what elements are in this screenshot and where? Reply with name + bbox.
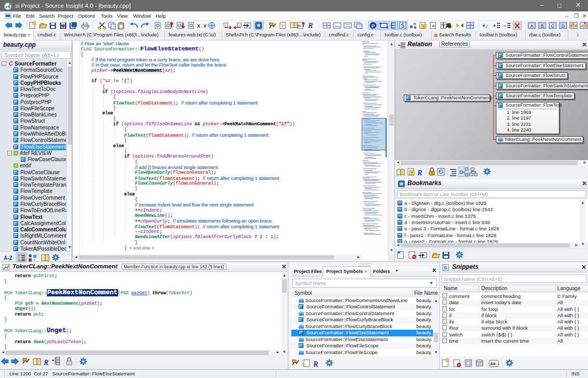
svg-text:B: B (541, 23, 544, 29)
svg-text:?: ? (302, 362, 305, 367)
svg-text:Y: Y (203, 23, 207, 29)
svg-text:/: / (485, 24, 488, 29)
svg-text:C: C (551, 23, 554, 29)
svg-text:+: + (482, 23, 485, 29)
svg-text:?: ? (411, 171, 413, 175)
svg-text:A: A (530, 23, 533, 29)
svg-text:R: R (308, 22, 313, 30)
svg-text:S: S (444, 265, 447, 270)
svg-text:+: + (493, 22, 496, 29)
svg-text:X: X (197, 23, 200, 29)
svg-text:R: R (43, 359, 48, 367)
svg-text:P: P (372, 23, 375, 29)
svg-text:R: R (313, 360, 318, 368)
svg-text:+: + (470, 23, 472, 26)
svg-text:D: D (561, 23, 565, 29)
svg-text:?: ? (281, 23, 284, 29)
svg-text:fx: fx (298, 23, 301, 28)
svg-text:–: – (503, 22, 506, 29)
svg-text:Ab: Ab (490, 361, 496, 366)
svg-text:A-Z: A-Z (4, 255, 12, 261)
svg-text:S: S (401, 23, 405, 29)
svg-text:R: R (417, 169, 422, 177)
svg-text:→: → (496, 361, 500, 366)
svg-text:?: ? (423, 25, 425, 29)
